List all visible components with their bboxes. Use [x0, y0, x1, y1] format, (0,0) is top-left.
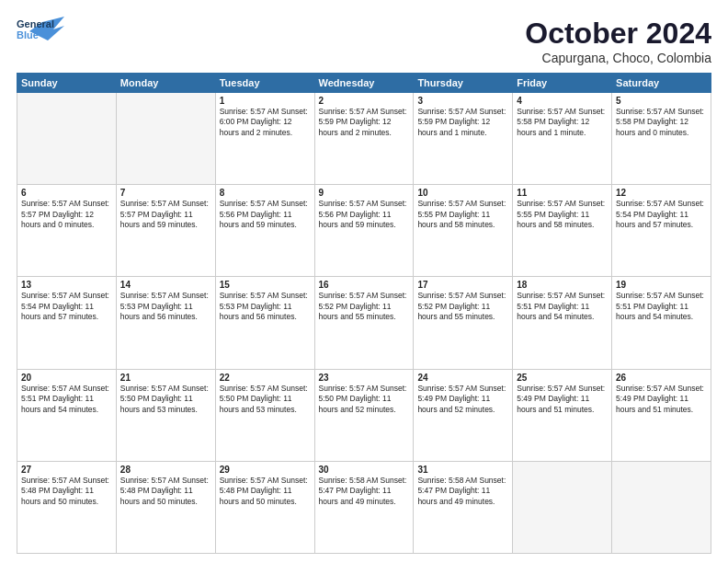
day-cell: 25Sunrise: 5:57 AM Sunset: 5:49 PM Dayli…	[513, 369, 612, 461]
day-number: 17	[417, 280, 508, 290]
day-number: 9	[319, 188, 410, 198]
logo-blue: Blue	[17, 29, 39, 40]
day-number: 19	[616, 280, 707, 290]
day-cell: 14Sunrise: 5:57 AM Sunset: 5:53 PM Dayli…	[116, 277, 215, 369]
cell-info: Sunrise: 5:57 AM Sunset: 5:59 PM Dayligh…	[417, 107, 508, 138]
day-cell	[612, 461, 711, 553]
day-cell: 20Sunrise: 5:57 AM Sunset: 5:51 PM Dayli…	[17, 369, 117, 461]
day-number: 21	[120, 373, 211, 383]
day-cell: 29Sunrise: 5:57 AM Sunset: 5:48 PM Dayli…	[215, 461, 314, 553]
cell-info: Sunrise: 5:57 AM Sunset: 5:49 PM Dayligh…	[517, 384, 608, 415]
cell-info: Sunrise: 5:57 AM Sunset: 5:49 PM Dayligh…	[616, 384, 707, 415]
cell-info: Sunrise: 5:57 AM Sunset: 5:48 PM Dayligh…	[220, 476, 311, 507]
cell-info: Sunrise: 5:57 AM Sunset: 5:53 PM Dayligh…	[120, 291, 211, 322]
day-header-tuesday: Tuesday	[215, 74, 314, 93]
day-cell: 19Sunrise: 5:57 AM Sunset: 5:51 PM Dayli…	[612, 277, 711, 369]
week-row-2: 6Sunrise: 5:57 AM Sunset: 5:57 PM Daylig…	[17, 185, 711, 277]
calendar-body: 1Sunrise: 5:57 AM Sunset: 6:00 PM Daylig…	[17, 93, 711, 554]
day-number: 15	[220, 280, 311, 290]
day-number: 13	[21, 280, 112, 290]
day-number: 10	[417, 188, 508, 198]
location-title: Capurgana, Choco, Colombia	[525, 51, 711, 65]
day-number: 31	[417, 465, 508, 475]
day-number: 25	[517, 373, 608, 383]
day-cell: 24Sunrise: 5:57 AM Sunset: 5:49 PM Dayli…	[414, 369, 513, 461]
day-cell: 17Sunrise: 5:57 AM Sunset: 5:52 PM Dayli…	[414, 277, 513, 369]
day-cell: 9Sunrise: 5:57 AM Sunset: 5:56 PM Daylig…	[314, 185, 414, 277]
day-number: 27	[21, 465, 112, 475]
day-number: 18	[517, 280, 608, 290]
day-cell: 23Sunrise: 5:57 AM Sunset: 5:50 PM Dayli…	[314, 369, 414, 461]
day-cell: 16Sunrise: 5:57 AM Sunset: 5:52 PM Dayli…	[314, 277, 414, 369]
cell-info: Sunrise: 5:57 AM Sunset: 5:55 PM Dayligh…	[517, 199, 608, 230]
day-number: 12	[616, 188, 707, 198]
day-number: 29	[220, 465, 311, 475]
cell-info: Sunrise: 5:57 AM Sunset: 5:52 PM Dayligh…	[417, 291, 508, 322]
cell-info: Sunrise: 5:57 AM Sunset: 5:51 PM Dayligh…	[517, 291, 608, 322]
day-cell: 5Sunrise: 5:57 AM Sunset: 5:58 PM Daylig…	[612, 93, 711, 185]
cell-info: Sunrise: 5:57 AM Sunset: 5:54 PM Dayligh…	[21, 291, 112, 322]
day-number: 1	[220, 96, 311, 106]
cell-info: Sunrise: 5:57 AM Sunset: 6:00 PM Dayligh…	[220, 107, 311, 138]
day-cell: 13Sunrise: 5:57 AM Sunset: 5:54 PM Dayli…	[17, 277, 117, 369]
day-number: 23	[319, 373, 410, 383]
cell-info: Sunrise: 5:57 AM Sunset: 5:58 PM Dayligh…	[517, 107, 608, 138]
cell-info: Sunrise: 5:57 AM Sunset: 5:48 PM Dayligh…	[21, 476, 112, 507]
day-cell: 1Sunrise: 5:57 AM Sunset: 6:00 PM Daylig…	[215, 93, 314, 185]
cell-info: Sunrise: 5:57 AM Sunset: 5:57 PM Dayligh…	[21, 199, 112, 230]
logo: General Blue	[17, 17, 64, 55]
day-cell	[17, 93, 117, 185]
day-number: 24	[417, 373, 508, 383]
day-number: 7	[120, 188, 211, 198]
day-cell: 26Sunrise: 5:57 AM Sunset: 5:49 PM Dayli…	[612, 369, 711, 461]
cell-info: Sunrise: 5:57 AM Sunset: 5:48 PM Dayligh…	[120, 476, 211, 507]
page: General Blue October 2024 Capurgana, Cho…	[0, 0, 728, 563]
day-number: 30	[319, 465, 410, 475]
day-number: 14	[120, 280, 211, 290]
calendar-table: SundayMondayTuesdayWednesdayThursdayFrid…	[17, 73, 711, 554]
logo-general: General	[17, 18, 54, 29]
day-cell: 11Sunrise: 5:57 AM Sunset: 5:55 PM Dayli…	[513, 185, 612, 277]
cell-info: Sunrise: 5:57 AM Sunset: 5:51 PM Dayligh…	[21, 384, 112, 415]
week-row-5: 27Sunrise: 5:57 AM Sunset: 5:48 PM Dayli…	[17, 461, 711, 553]
day-cell: 21Sunrise: 5:57 AM Sunset: 5:50 PM Dayli…	[116, 369, 215, 461]
day-number: 20	[21, 373, 112, 383]
cell-info: Sunrise: 5:57 AM Sunset: 5:49 PM Dayligh…	[417, 384, 508, 415]
day-number: 8	[220, 188, 311, 198]
cell-info: Sunrise: 5:57 AM Sunset: 5:59 PM Dayligh…	[319, 107, 410, 138]
day-number: 5	[616, 96, 707, 106]
day-cell: 7Sunrise: 5:57 AM Sunset: 5:57 PM Daylig…	[116, 185, 215, 277]
day-cell: 15Sunrise: 5:57 AM Sunset: 5:53 PM Dayli…	[215, 277, 314, 369]
day-number: 3	[417, 96, 508, 106]
day-header-wednesday: Wednesday	[314, 74, 414, 93]
cell-info: Sunrise: 5:58 AM Sunset: 5:47 PM Dayligh…	[319, 476, 410, 507]
day-cell: 22Sunrise: 5:57 AM Sunset: 5:50 PM Dayli…	[215, 369, 314, 461]
day-header-friday: Friday	[513, 74, 612, 93]
cell-info: Sunrise: 5:57 AM Sunset: 5:50 PM Dayligh…	[319, 384, 410, 415]
week-row-4: 20Sunrise: 5:57 AM Sunset: 5:51 PM Dayli…	[17, 369, 711, 461]
day-cell: 27Sunrise: 5:57 AM Sunset: 5:48 PM Dayli…	[17, 461, 117, 553]
day-cell: 12Sunrise: 5:57 AM Sunset: 5:54 PM Dayli…	[612, 185, 711, 277]
day-cell	[513, 461, 612, 553]
day-cell: 3Sunrise: 5:57 AM Sunset: 5:59 PM Daylig…	[414, 93, 513, 185]
cell-info: Sunrise: 5:57 AM Sunset: 5:54 PM Dayligh…	[616, 199, 707, 230]
day-cell: 31Sunrise: 5:58 AM Sunset: 5:47 PM Dayli…	[414, 461, 513, 553]
day-cell: 30Sunrise: 5:58 AM Sunset: 5:47 PM Dayli…	[314, 461, 414, 553]
day-cell: 18Sunrise: 5:57 AM Sunset: 5:51 PM Dayli…	[513, 277, 612, 369]
cell-info: Sunrise: 5:57 AM Sunset: 5:57 PM Dayligh…	[120, 199, 211, 230]
cell-info: Sunrise: 5:57 AM Sunset: 5:50 PM Dayligh…	[120, 384, 211, 415]
day-number: 26	[616, 373, 707, 383]
title-block: October 2024 Capurgana, Choco, Colombia	[525, 17, 711, 65]
cell-info: Sunrise: 5:57 AM Sunset: 5:50 PM Dayligh…	[220, 384, 311, 415]
day-number: 22	[220, 373, 311, 383]
cell-info: Sunrise: 5:57 AM Sunset: 5:55 PM Dayligh…	[417, 199, 508, 230]
cell-info: Sunrise: 5:57 AM Sunset: 5:58 PM Dayligh…	[616, 107, 707, 138]
cell-info: Sunrise: 5:57 AM Sunset: 5:52 PM Dayligh…	[319, 291, 410, 322]
day-number: 28	[120, 465, 211, 475]
day-cell: 8Sunrise: 5:57 AM Sunset: 5:56 PM Daylig…	[215, 185, 314, 277]
week-row-3: 13Sunrise: 5:57 AM Sunset: 5:54 PM Dayli…	[17, 277, 711, 369]
day-cell	[116, 93, 215, 185]
cell-info: Sunrise: 5:57 AM Sunset: 5:51 PM Dayligh…	[616, 291, 707, 322]
cell-info: Sunrise: 5:57 AM Sunset: 5:56 PM Dayligh…	[319, 199, 410, 230]
day-number: 16	[319, 280, 410, 290]
